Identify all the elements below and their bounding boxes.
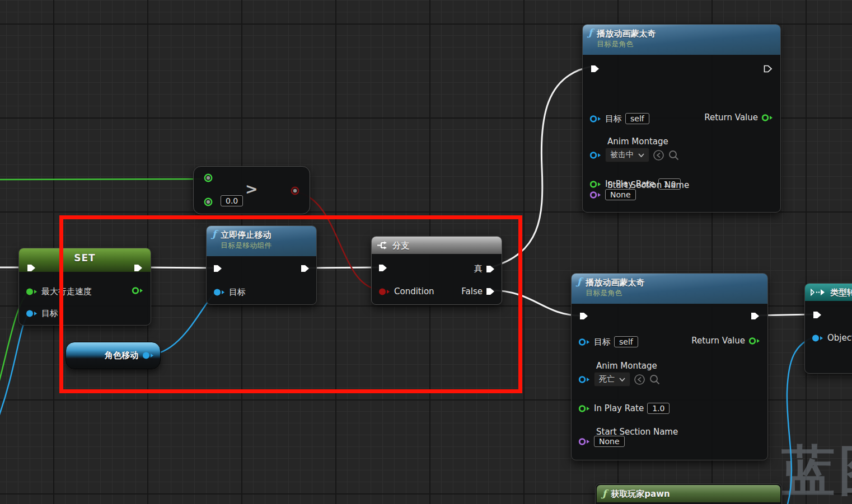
- target-pin[interactable]: 目标 self: [578, 336, 638, 347]
- in-play-rate-pin[interactable]: In Play Rate 1.0: [578, 403, 670, 414]
- start-section-pin[interactable]: None: [578, 436, 625, 447]
- return-value-label: Return Value: [691, 336, 745, 346]
- node-title: 类型转换: [830, 287, 852, 298]
- anim-montage-dropdown[interactable]: 死亡: [594, 372, 630, 387]
- browse-search-icon[interactable]: [649, 374, 661, 385]
- exec-in-pin[interactable]: [579, 312, 588, 321]
- exec-in-pin[interactable]: [591, 64, 600, 73]
- chevron-down-icon: [638, 153, 644, 157]
- greater-output-pin[interactable]: [291, 186, 299, 195]
- in-play-rate-value-box[interactable]: 1.0: [647, 403, 670, 414]
- target-label: 目标: [594, 337, 611, 347]
- greater-value-box[interactable]: 0.0: [221, 195, 243, 206]
- start-section-value-box[interactable]: None: [605, 189, 636, 200]
- node-play-anim-montage-bottom[interactable]: ƒ 播放动画蒙太奇 目标是角色 目标 self Return Value Ani…: [571, 273, 768, 460]
- reset-to-default-icon[interactable]: [653, 149, 664, 161]
- start-section-value-box[interactable]: None: [594, 436, 625, 447]
- node-cast[interactable]: 类型转换 Object: [804, 283, 852, 374]
- node-title: 播放动画蒙太奇: [586, 277, 644, 288]
- function-icon: ƒ: [602, 489, 606, 498]
- greater-value: 0.0: [221, 195, 243, 206]
- anim-montage-pin[interactable]: 被击中: [589, 148, 680, 162]
- set-target-label: 目标: [41, 308, 58, 319]
- watermark-text: 蓝图: [781, 435, 852, 504]
- cast-object-label: Object: [827, 333, 852, 343]
- node-play-anim-montage-top[interactable]: ƒ 播放动画蒙太奇 目标是角色 目标 self Return Value Ani…: [582, 24, 781, 213]
- greater-input-pin-a[interactable]: [204, 173, 213, 182]
- node-header: ƒ 获取玩家pawn: [597, 485, 780, 502]
- browse-search-icon[interactable]: [668, 149, 680, 161]
- exec-out-pin[interactable]: [751, 312, 760, 321]
- reset-to-default-icon[interactable]: [634, 374, 645, 385]
- cast-object-pin[interactable]: Object: [812, 333, 852, 343]
- anim-montage-pin[interactable]: 死亡: [578, 372, 661, 387]
- greater-input-pin-b[interactable]: [204, 197, 213, 206]
- target-value-box[interactable]: self: [614, 336, 638, 347]
- anim-montage-value: 死亡: [599, 374, 615, 384]
- function-icon: ƒ: [588, 28, 592, 37]
- exec-in-pin[interactable]: [27, 263, 36, 272]
- in-play-rate-label: In Play Rate: [594, 403, 644, 413]
- node-get-player-pawn[interactable]: ƒ 获取玩家pawn: [595, 483, 782, 504]
- return-value-pin[interactable]: Return Value: [704, 112, 774, 123]
- return-value-label: Return Value: [704, 112, 758, 123]
- function-icon: ƒ: [577, 277, 581, 286]
- anim-montage-value: 被击中: [610, 150, 634, 160]
- anim-montage-label: Anim Montage: [607, 136, 668, 147]
- anim-montage-label: Anim Montage: [596, 361, 657, 371]
- node-greater-than[interactable]: 0.0 >: [193, 166, 310, 214]
- target-pin[interactable]: 目标 self: [589, 113, 649, 124]
- start-section-pin[interactable]: None: [589, 189, 636, 200]
- set-target-pin[interactable]: 目标: [26, 308, 58, 319]
- target-label: 目标: [605, 114, 622, 124]
- node-title: 播放动画蒙太奇: [597, 28, 656, 39]
- target-value-box[interactable]: self: [625, 113, 649, 124]
- node-subtitle: 目标是角色: [597, 39, 656, 49]
- exec-in-pin[interactable]: [813, 310, 822, 319]
- anim-montage-dropdown[interactable]: 被击中: [605, 148, 649, 162]
- return-value-pin[interactable]: Return Value: [691, 336, 761, 346]
- node-header: 类型转换: [805, 284, 852, 301]
- exec-out-pin[interactable]: [764, 64, 773, 73]
- highlight-rectangle: [59, 215, 522, 393]
- chevron-down-icon: [619, 378, 625, 381]
- node-header: ƒ 播放动画蒙太奇 目标是角色: [572, 274, 767, 304]
- node-subtitle: 目标是角色: [586, 288, 644, 298]
- node-title: 获取玩家pawn: [611, 488, 670, 500]
- greater-operator: >: [245, 180, 258, 197]
- cast-icon: [811, 289, 826, 296]
- node-header: ƒ 播放动画蒙太奇 目标是角色: [583, 25, 780, 55]
